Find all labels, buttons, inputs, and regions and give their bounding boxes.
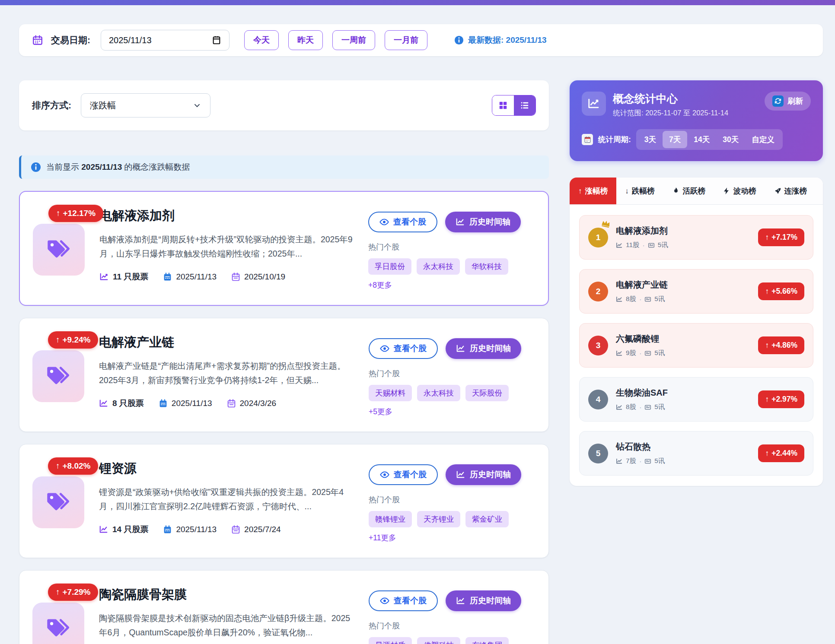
tab-gainers[interactable]: ↑ 涨幅榜 [570, 178, 616, 204]
up-arrow-icon: ↑ [765, 449, 769, 458]
sort-selected-value: 涨跌幅 [90, 100, 116, 111]
stock-tag[interactable]: 佛塑科技 [417, 637, 460, 644]
news-icon [644, 350, 651, 357]
stock-tag[interactable]: 紫金矿业 [465, 511, 509, 527]
update-date: 2025/11/13 [163, 272, 217, 282]
chevron-down-icon [193, 101, 201, 110]
info-icon [454, 35, 464, 45]
period-7d-button[interactable]: 7天 [663, 131, 687, 148]
up-arrow-icon: ↑ [765, 233, 769, 242]
hot-stocks-label: 热门个股 [369, 495, 534, 505]
sort-label: 排序方式: [32, 99, 71, 111]
stats-range: 统计范围: 2025-11-07 至 2025-11-14 [613, 108, 728, 118]
stock-tag[interactable]: 永太科技 [417, 258, 460, 275]
tab-streak[interactable]: 连涨榜 [765, 178, 816, 204]
up-arrow-icon: ↑ [578, 187, 582, 196]
up-arrow-icon: ↑ [765, 341, 769, 350]
stock-count: 11 只股票 [99, 271, 148, 282]
concept-card[interactable]: ↑+9.24% 电解液产业链 电解液产业链是“产能出清尾声+需求复苏初期”的拐点… [19, 318, 549, 432]
more-tags-link[interactable]: +11更多 [369, 533, 396, 543]
chart-line-icon [616, 296, 623, 303]
week-ago-button[interactable]: 一周前 [332, 30, 375, 50]
view-stocks-button[interactable]: 查看个股 [369, 464, 438, 485]
chart-line-icon [456, 344, 465, 353]
concept-title: 电解液添加剂 [99, 207, 355, 225]
tab-active[interactable]: 活跃榜 [663, 178, 714, 204]
refresh-button[interactable]: 刷新 [765, 92, 811, 111]
period-custom-button[interactable]: 自定义 [745, 131, 781, 148]
history-timeline-button[interactable]: 历史时间轴 [446, 464, 521, 485]
view-stocks-button[interactable]: 查看个股 [369, 590, 438, 611]
more-tags-link[interactable]: +5更多 [369, 406, 392, 417]
up-arrow-icon: ↑ [56, 209, 61, 218]
period-14d-button[interactable]: 14天 [687, 131, 716, 148]
concept-card[interactable]: ↑+7.29% 陶瓷隔膜骨架膜 陶瓷隔膜骨架膜是技术创新驱动的固态电池产业链β升… [19, 570, 549, 644]
stock-tag[interactable]: 东峰集团 [465, 637, 509, 644]
view-stocks-button[interactable]: 查看个股 [369, 338, 438, 359]
chart-line-icon [99, 272, 109, 282]
sort-select[interactable]: 涨跌幅 [81, 93, 210, 117]
more-tags-link[interactable]: +8更多 [368, 280, 392, 290]
rank-name: 电解液产业链 [616, 279, 750, 291]
change-badge: ↑+7.29% [48, 584, 98, 601]
start-date: 2025/10/19 [231, 272, 285, 282]
stock-tag[interactable]: 华软科技 [465, 258, 508, 275]
date-input[interactable]: 2025/11/13 [101, 30, 229, 51]
up-arrow-icon: ↑ [56, 335, 60, 345]
period-30d-button[interactable]: 30天 [716, 131, 745, 148]
calendar-purple-icon [231, 273, 240, 282]
sort-card: 排序方式: 涨跌幅 [19, 80, 549, 130]
concept-description: 陶瓷隔膜骨架膜是技术创新驱动的固态电池产业链β升级主题。2025年6月，Quan… [99, 611, 356, 640]
concept-card[interactable]: ↑+8.02% 锂资源 锂资源是“政策驱动+供给收缩”双重逻辑共振的投资主题。2… [19, 444, 549, 558]
hot-stocks-label: 热门个股 [369, 621, 534, 631]
rank-item[interactable]: 3 六氟磷酸锂 9股 5讯 ↑+4.86 [579, 323, 813, 368]
rank-name: 六氟磷酸锂 [616, 333, 750, 345]
stock-tag[interactable]: 天齐锂业 [417, 511, 460, 527]
date-picker-icon[interactable] [212, 35, 221, 45]
list-view-button[interactable] [514, 95, 535, 115]
history-timeline-button[interactable]: 历史时间轴 [446, 590, 521, 611]
today-button[interactable]: 今天 [244, 30, 279, 50]
history-timeline-button[interactable]: 历史时间轴 [446, 338, 521, 359]
month-ago-button[interactable]: 一月前 [385, 30, 427, 50]
news-icon [644, 404, 651, 411]
tab-volatility[interactable]: 波动榜 [714, 178, 765, 204]
history-timeline-button[interactable]: 历史时间轴 [445, 212, 521, 232]
tab-losers[interactable]: ↓ 跌幅榜 [616, 178, 663, 204]
view-stocks-button[interactable]: 查看个股 [368, 212, 437, 232]
period-group: 3天 7天 14天 30天 自定义 [636, 129, 783, 150]
chart-line-icon [99, 525, 108, 534]
period-3d-button[interactable]: 3天 [638, 131, 663, 148]
start-date: 2025/7/24 [231, 525, 281, 534]
stock-tag[interactable]: 赣锋锂业 [369, 511, 412, 527]
tag-icon [45, 615, 71, 641]
rank-item[interactable]: 5 钻石散热 7股 5讯 ↑+2.44% [579, 431, 813, 476]
down-arrow-icon: ↓ [625, 187, 629, 196]
chart-line-icon [456, 470, 465, 479]
hot-stocks-label: 热门个股 [368, 242, 533, 252]
calendar-purple-icon [227, 399, 236, 408]
rank-item[interactable]: 2 电解液产业链 8股 5讯 ↑+5.6 [579, 269, 813, 314]
calendar-purple-icon [231, 525, 240, 534]
stock-tag[interactable]: 孚日股份 [368, 258, 411, 275]
sidebar: 概念统计中心 统计范围: 2025-11-07 至 2025-11-14 刷新 [570, 80, 823, 486]
stats-center-title: 概念统计中心 [613, 92, 728, 106]
info-icon [31, 162, 41, 172]
hot-stocks-label: 热门个股 [369, 368, 534, 379]
update-date: 2025/11/13 [163, 525, 217, 534]
stock-tag[interactable]: 天赐材料 [369, 385, 412, 401]
stock-tag[interactable]: 永太科技 [417, 385, 460, 401]
grid-icon [498, 101, 508, 110]
ranking-tabs: ↑ 涨幅榜 ↓ 跌幅榜 活跃榜 波动榜 [570, 178, 823, 205]
stock-tag[interactable]: 星源材质 [369, 637, 412, 644]
rank-item[interactable]: 1 电解液添加剂 11股 5讯 [579, 215, 813, 260]
yesterday-button[interactable]: 昨天 [288, 30, 323, 50]
stock-tag[interactable]: 天际股份 [465, 385, 509, 401]
grid-view-button[interactable] [492, 95, 514, 115]
concept-title: 锂资源 [99, 460, 356, 477]
rank-item[interactable]: 4 生物柴油SAF 8股 5讯 ↑+2. [579, 377, 813, 422]
main-column: 排序方式: 涨跌幅 [19, 80, 549, 644]
concept-card[interactable]: ↑+12.17% 电解液添加剂 电解液添加剂是“周期反转+技术升级”双轮驱动的投… [19, 191, 549, 306]
rocket-icon [774, 187, 781, 195]
rank-badge: 3 [588, 336, 608, 355]
